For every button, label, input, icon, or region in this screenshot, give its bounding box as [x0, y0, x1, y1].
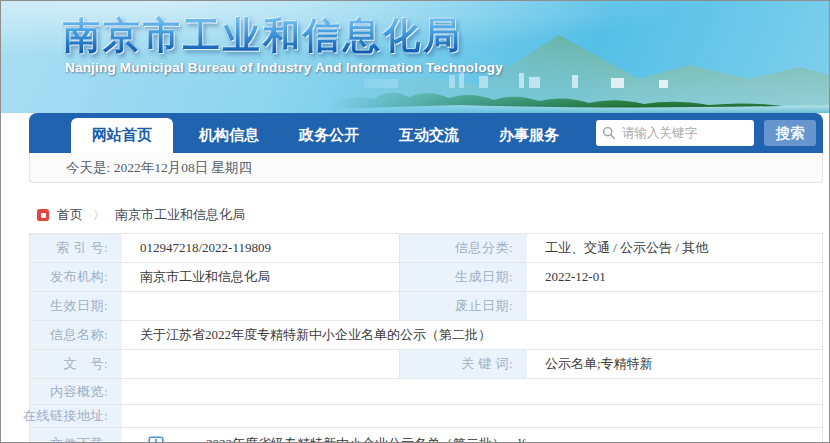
table-row: 文件下载: 2022年度省级专精特新中小企业公示名单（第二批）.pdf [30, 427, 822, 443]
site-header: 南京市工业和信息化局 Nanjing Municipal Bureau of I… [1, 1, 829, 113]
table-row: 内容概览: [30, 378, 822, 404]
summary-value [122, 379, 822, 404]
publisher-value: 南京市工业和信息化局 [122, 263, 400, 291]
table-row: 生效日期: 废止日期: [30, 291, 822, 320]
download-file-link[interactable]: 2022年度省级专精特新中小企业公示名单（第二批）.pdf [206, 435, 526, 443]
gen-date-value: 2022-12-01 [527, 263, 822, 291]
table-row: 信息名称: 关于江苏省2022年度专精特新中小企业名单的公示（第二批） [30, 320, 822, 349]
info-table: 索 引 号: 012947218/2022-119809 信息分类: 工业、交通… [29, 233, 823, 443]
search-button[interactable]: 搜索 [764, 120, 816, 146]
keywords-value: 公示名单;专精特新 [527, 350, 822, 378]
summary-label: 内容概览: [30, 379, 122, 404]
main-nav: 网站首页 机构信息 政务公开 互动交流 办事服务 搜索 [29, 113, 823, 153]
table-row: 索 引 号: 012947218/2022-119809 信息分类: 工业、交通… [30, 234, 822, 262]
tab-gov-disclosure[interactable]: 政务公开 [285, 118, 373, 153]
table-row: 在线链接地址: [30, 404, 822, 427]
doc-number-value [122, 350, 400, 378]
info-name-label: 信息名称: [30, 321, 122, 349]
breadcrumb-home[interactable]: 首页 [57, 206, 83, 224]
table-row: 发布机构: 南京市工业和信息化局 生成日期: 2022-12-01 [30, 262, 822, 291]
gen-date-label: 生成日期: [400, 263, 527, 291]
site-subtitle: Nanjing Municipal Bureau of Industry And… [65, 60, 503, 75]
info-name-value: 关于江苏省2022年度专精特新中小企业名单的公示（第二批） [122, 321, 822, 349]
file-download-label: 文件下载: [30, 428, 122, 443]
tab-org-info[interactable]: 机构信息 [185, 118, 273, 153]
index-value: 012947218/2022-119809 [122, 234, 400, 262]
online-link-label: 在线链接地址: [30, 405, 122, 427]
search-area: 搜索 [596, 113, 816, 153]
download-icon[interactable] [148, 436, 164, 443]
effective-date-value [122, 292, 400, 320]
expire-date-value [527, 292, 822, 320]
effective-date-label: 生效日期: [30, 292, 122, 320]
doc-number-label: 文 号: [30, 350, 122, 378]
keywords-label: 关 键 词: [400, 350, 527, 378]
expire-date-label: 废止日期: [400, 292, 527, 320]
site-title: 南京市工业和信息化局 [63, 11, 463, 61]
category-label: 信息分类: [400, 234, 527, 262]
tab-interaction[interactable]: 互动交流 [385, 118, 473, 153]
search-input[interactable] [622, 126, 748, 140]
breadcrumb: 首页 〉 南京市工业和信息化局 [37, 206, 829, 224]
publisher-label: 发布机构: [30, 263, 122, 291]
date-bar: 今天是: 2022年12月08日 星期四 [29, 153, 823, 183]
tab-services[interactable]: 办事服务 [485, 118, 573, 153]
category-value: 工业、交通 / 公示公告 / 其他 [527, 234, 822, 262]
table-row: 文 号: 关 键 词: 公示名单;专精特新 [30, 349, 822, 378]
page: 南京市工业和信息化局 Nanjing Municipal Bureau of I… [0, 0, 830, 443]
home-icon [37, 209, 49, 221]
search-box [596, 120, 754, 146]
today-date: 今天是: 2022年12月08日 星期四 [66, 159, 252, 177]
breadcrumb-separator: 〉 [93, 207, 105, 224]
online-link-value [122, 405, 822, 427]
nav-card: 网站首页 机构信息 政务公开 互动交流 办事服务 搜索 今天是: 2022年12… [29, 113, 823, 183]
index-label: 索 引 号: [30, 234, 122, 262]
search-icon [602, 126, 616, 140]
breadcrumb-current: 南京市工业和信息化局 [115, 206, 245, 224]
tab-home[interactable]: 网站首页 [71, 118, 173, 153]
